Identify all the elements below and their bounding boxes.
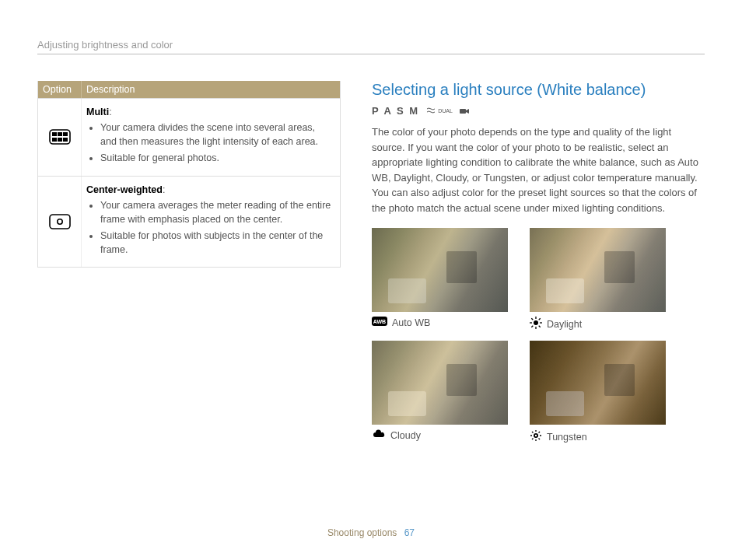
mode-bullet: Suitable for general photos. (100, 151, 332, 165)
svg-line-28 (532, 439, 534, 440)
mode-dial-indicators: P A S M DUAL (372, 105, 705, 117)
svg-rect-1 (52, 132, 57, 136)
svg-rect-3 (63, 132, 68, 136)
wb-label-text: Tungsten (547, 432, 587, 443)
svg-line-17 (531, 318, 533, 320)
mode-letters: P A S M (372, 105, 419, 117)
body-paragraph: The color of your photo depends on the t… (372, 124, 705, 215)
table-header-option: Option (38, 81, 82, 98)
movie-icon (459, 107, 470, 115)
subsection-heading: Selecting a light source (White balance) (372, 81, 705, 99)
svg-line-18 (539, 326, 541, 327)
sun-icon (530, 317, 542, 331)
wb-sample-daylight: Daylight (530, 228, 666, 331)
dual-icon: DUAL (425, 107, 453, 115)
wb-label-text: Auto WB (392, 317, 430, 328)
metering-center-icon (38, 177, 82, 268)
svg-line-20 (539, 318, 541, 320)
svg-rect-6 (63, 138, 68, 142)
wb-sample-tungsten: Tungsten (530, 341, 666, 444)
svg-point-30 (535, 435, 537, 436)
svg-rect-4 (52, 138, 57, 142)
mode-bullet: Your camera divides the scene into sever… (100, 121, 332, 149)
mode-name: Center-weighted (86, 184, 163, 195)
section-title: Adjusting brightness and color (37, 39, 705, 54)
svg-line-29 (539, 432, 541, 433)
svg-point-12 (534, 320, 538, 325)
wb-sample-auto: AWB Auto WB (372, 228, 508, 331)
svg-line-19 (531, 326, 533, 327)
page-footer: Shooting options 67 (0, 527, 742, 538)
mode-bullet: Suitable for photos with subjects in the… (100, 229, 332, 257)
mode-bullet: Your camera averages the meter reading o… (100, 198, 332, 226)
table-header-description: Description (82, 81, 340, 98)
svg-rect-2 (58, 132, 62, 136)
cloud-icon (372, 429, 386, 441)
svg-rect-7 (50, 215, 70, 229)
metering-table: Option Description (37, 81, 341, 444)
svg-rect-0 (50, 130, 70, 144)
page-number: 67 (404, 527, 415, 538)
svg-point-8 (57, 219, 61, 224)
table-row: Multi: Your camera divides the scene int… (38, 98, 340, 176)
bulb-icon (530, 429, 542, 444)
white-balance-samples: AWB Auto WB Daylight (372, 228, 705, 444)
awb-icon: AWB (372, 317, 387, 328)
footer-chapter: Shooting options (327, 527, 397, 538)
wb-sample-cloudy: Cloudy (372, 341, 508, 444)
svg-text:AWB: AWB (373, 319, 386, 324)
metering-multi-icon (38, 99, 82, 176)
mode-name: Multi (86, 107, 109, 117)
wb-label-text: Cloudy (390, 430, 421, 441)
svg-rect-5 (58, 138, 62, 142)
wb-label-text: Daylight (547, 319, 582, 330)
svg-rect-9 (460, 109, 466, 114)
table-row: Center-weighted: Your camera averages th… (38, 176, 340, 268)
svg-line-26 (532, 432, 534, 433)
svg-line-27 (539, 439, 541, 440)
